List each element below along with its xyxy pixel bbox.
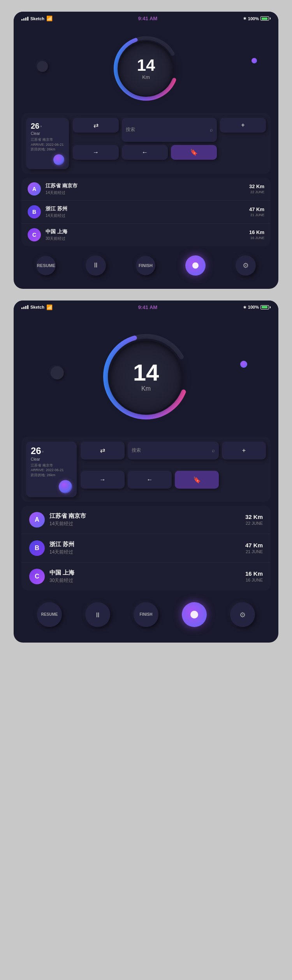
destination-city-c-lg: 中国 上海 [49, 569, 241, 576]
info-panel: 26 ° Clear 江苏省 南京市 ARRIVE: 2022-06-21 距目… [21, 113, 271, 174]
destination-date-c: 16 JUNE [249, 236, 264, 240]
arrow-left-button-lg[interactable]: ← [128, 471, 172, 489]
resume-label-lg: RESUME [41, 612, 58, 617]
search-bar[interactable]: 搜索 ⌕ [122, 118, 217, 142]
signal-bar-3 [25, 17, 26, 21]
finish-control-lg: FINISH [134, 602, 158, 627]
status-time: 9:41 AM [138, 16, 157, 21]
bookmark-button-lg[interactable]: 🔖 [175, 471, 219, 489]
destination-item-b-lg[interactable]: B 浙江 苏州 14天前经过 47 Km 21 JUNE [21, 534, 271, 562]
destination-info-b-lg: 浙江 苏州 14天前经过 [49, 541, 241, 556]
signal-bar-2 [23, 18, 25, 21]
settings-button[interactable] [236, 255, 256, 276]
arrow-left-icon-lg: ← [147, 476, 153, 483]
swap-icon-lg: ⇄ [100, 447, 105, 454]
plus-button[interactable]: + [220, 118, 266, 133]
plus-button-lg[interactable]: + [222, 442, 266, 459]
destination-city-c: 中国 上海 [46, 228, 245, 235]
battery-body-lg [260, 305, 269, 309]
status-bar-lg: Sketch 📶 9:41 AM ∗ 100% [14, 300, 278, 313]
gauge-container: 14 Km [111, 33, 181, 103]
pause-button[interactable] [86, 255, 106, 276]
signal-bars-icon [21, 17, 28, 21]
swap-button-lg[interactable]: ⇄ [81, 442, 125, 459]
destination-info-c: 中国 上海 30天前经过 [46, 228, 245, 241]
destination-distance-c: 16 Km 16 JUNE [249, 229, 264, 240]
resume-button[interactable]: RESUME [36, 256, 56, 275]
arrow-right-button-lg[interactable]: → [81, 471, 125, 489]
destination-date-b: 21 JUNE [249, 213, 264, 217]
finish-icon: FINISH [139, 263, 153, 268]
destination-item-a[interactable]: A 江苏省 南京市 14天前经过 32 Km 22 JUNE [21, 178, 271, 201]
settings-button-lg[interactable] [230, 602, 255, 627]
search-placeholder: 搜索 [126, 126, 135, 133]
weather-condition-lg: Clear [31, 457, 72, 461]
destination-km-b-lg: 47 Km [245, 542, 263, 549]
speed-value: 14 [137, 57, 155, 73]
destinations-list-lg: A 江苏省 南京市 14天前经过 32 Km 22 JUNE B 浙江 苏州 1… [21, 506, 271, 590]
weather-planet-icon [53, 154, 64, 165]
destination-city-b-lg: 浙江 苏州 [49, 541, 241, 548]
swap-button[interactable]: ⇄ [73, 118, 119, 133]
destination-date-a: 22 JUNE [249, 190, 264, 194]
destination-avatar-c-lg: C [29, 569, 45, 584]
signal-bar-4 [27, 17, 28, 21]
weather-arrive-lg: ARRIVE: 2022-06-21 [31, 468, 64, 472]
destination-city-a-lg: 江苏省 南京市 [49, 512, 241, 520]
side-button-left-lg[interactable] [51, 366, 64, 379]
destination-item-b[interactable]: B 浙江 苏州 14天前经过 47 Km 21 JUNE [21, 201, 271, 224]
weather-city-lg: 江苏省 南京市 [31, 463, 53, 467]
battery-percent: 100% [248, 16, 259, 21]
gauge-inner-lg: 14 Km [110, 341, 182, 413]
arrow-right-button[interactable]: → [73, 145, 119, 160]
gauge-inner: 14 Km [119, 41, 173, 96]
wifi-icon-lg: 📶 [46, 304, 53, 310]
finish-control: FINISH [136, 256, 155, 275]
weather-temperature-lg: 26 [31, 445, 41, 456]
resume-button-lg[interactable]: RESUME [37, 602, 62, 627]
destination-city-b: 浙江 苏州 [46, 205, 245, 212]
destination-city-a: 江苏省 南京市 [46, 182, 245, 189]
finish-label-lg: FINISH [140, 612, 153, 617]
speedometer-area-lg: 14 Km [14, 313, 278, 433]
battery-fill-lg [262, 306, 267, 308]
search-bar-lg[interactable]: 搜索 ⌕ [128, 442, 219, 459]
bookmark-button[interactable]: 🔖 [171, 145, 217, 160]
battery-body [260, 16, 269, 21]
search-icon-lg: ⌕ [212, 447, 215, 453]
phone-card-large: Sketch 📶 9:41 AM ∗ 100% [14, 300, 278, 643]
status-right: ∗ 100% [243, 16, 271, 21]
bluetooth-icon: ∗ [243, 16, 246, 21]
bookmark-icon: 🔖 [190, 148, 198, 156]
bluetooth-icon-lg: ∗ [243, 305, 246, 310]
weather-temperature: 26 [31, 122, 39, 131]
network-label: Sketch [30, 16, 44, 21]
destination-km-b: 47 Km [249, 206, 264, 212]
location-button[interactable] [185, 255, 206, 276]
destination-item-c-lg[interactable]: C 中国 上海 30天前经过 16 Km 16 JUNE [21, 562, 271, 590]
arrow-left-icon: ← [142, 149, 148, 156]
resume-control-lg: RESUME [37, 602, 62, 627]
side-button-left[interactable] [37, 61, 48, 72]
gauge-container-lg: 14 Km [99, 330, 193, 423]
destination-avatar-a-lg: A [29, 512, 45, 528]
finish-button-lg[interactable]: FINISH [134, 602, 158, 627]
location-dot [192, 262, 199, 269]
destination-distance-b-lg: 47 Km 21 JUNE [245, 542, 263, 554]
weather-city: 江苏省 南京市 [31, 138, 53, 141]
pause-button-lg[interactable] [85, 602, 110, 627]
arrow-left-button[interactable]: ← [122, 145, 168, 160]
plus-icon-lg: + [242, 447, 246, 454]
status-bar: Sketch 📶 9:41 AM ∗ 100% [14, 12, 278, 24]
destination-time-b-lg: 14天前经过 [49, 549, 241, 556]
finish-button[interactable]: FINISH [136, 256, 155, 275]
destination-time-a-lg: 14天前经过 [49, 521, 241, 527]
search-placeholder-lg: 搜索 [132, 447, 141, 454]
location-button-lg[interactable] [182, 602, 207, 627]
battery-percent-lg: 100% [248, 305, 259, 309]
signal-bar-4-lg [27, 305, 28, 309]
destination-avatar-b: B [28, 205, 41, 218]
destination-item-a-lg[interactable]: A 江苏省 南京市 14天前经过 32 Km 22 JUNE [21, 506, 271, 534]
destination-km-c: 16 Km [249, 229, 264, 235]
destination-item-c[interactable]: C 中国 上海 30天前经过 16 Km 16 JUNE [21, 224, 271, 246]
